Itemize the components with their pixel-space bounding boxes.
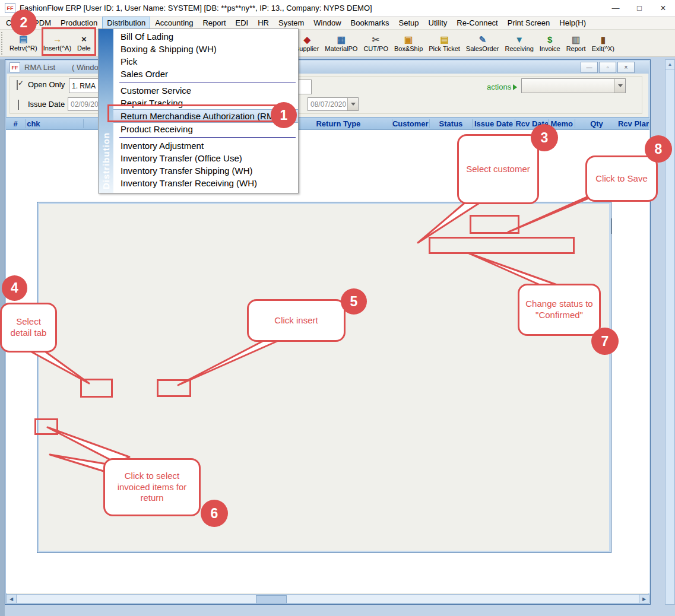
callout-bubble-select-customer: Select customer	[457, 134, 539, 204]
callout-bubble-select-invoiced-items: Click to select invoiced items for retur…	[103, 458, 201, 516]
callout-number-3: 3	[531, 124, 558, 151]
callout-number-4: 4	[2, 275, 27, 301]
callout-number-1: 1	[271, 102, 297, 128]
callout-number-8: 8	[645, 135, 672, 163]
annotation-box-detail-tab	[80, 379, 113, 398]
annotation-box-insert-button	[157, 379, 191, 397]
callout-number-5: 5	[341, 288, 367, 315]
callout-bubble-change-status: Change status to "Confirmed"	[518, 284, 601, 336]
callout-number-6: 6	[201, 500, 228, 527]
annotation-box-status-radios	[429, 237, 575, 254]
annotation-box-magnifier	[34, 418, 58, 435]
callout-bubble-select-detail-tab: Select detail tab	[0, 303, 57, 353]
callout-bubble-click-to-save: Click to Save	[585, 155, 658, 202]
callout-bubble-click-insert: Click insert	[247, 299, 346, 342]
annotation-box-rma-menu-item	[107, 104, 280, 122]
annotation-box-insert-toolbar	[42, 27, 96, 56]
callout-number-7: 7	[591, 328, 619, 355]
callout-number-2: 2	[11, 9, 37, 36]
annotation-box-save-button	[470, 215, 519, 234]
